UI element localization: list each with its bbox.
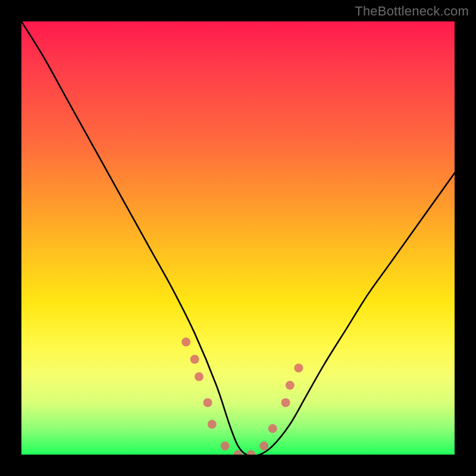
- marker-dot: [246, 450, 255, 455]
- chart-frame: TheBottleneck.com: [0, 0, 476, 476]
- plot-area: [21, 21, 455, 455]
- marker-dot: [221, 441, 230, 450]
- marker-dot: [286, 381, 295, 390]
- marker-dot: [181, 337, 190, 346]
- marker-dot: [208, 420, 217, 429]
- marker-dot: [268, 424, 277, 433]
- marker-dot: [259, 441, 268, 450]
- bottleneck-curve: [21, 21, 455, 455]
- marker-group: [181, 337, 303, 455]
- marker-dot: [190, 355, 199, 364]
- marker-dot: [281, 398, 290, 407]
- marker-dot: [195, 372, 203, 381]
- watermark-text: TheBottleneck.com: [355, 4, 469, 19]
- curve-svg: [21, 21, 455, 455]
- marker-dot: [203, 398, 212, 407]
- marker-dot: [294, 364, 303, 372]
